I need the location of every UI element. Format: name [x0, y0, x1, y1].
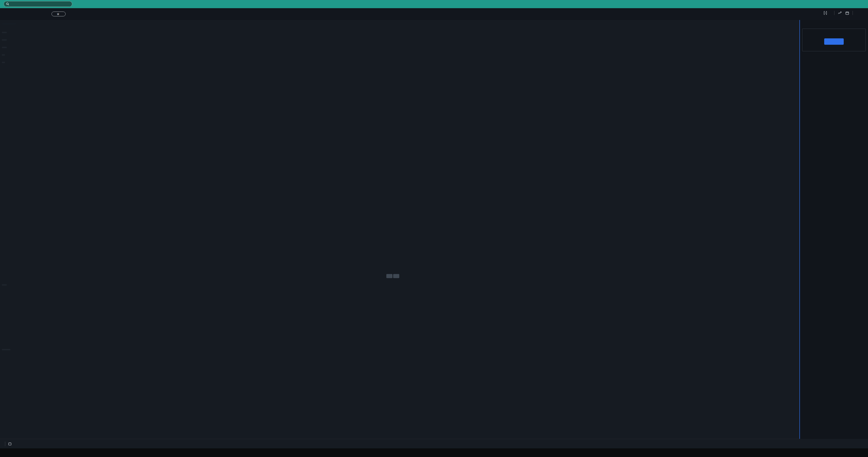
indicator-chip-vol-undr[interactable]: [2, 32, 7, 33]
sign-in-button[interactable]: [824, 38, 844, 45]
zoom-in-button[interactable]: [393, 274, 399, 278]
indicator-chip-vwap[interactable]: [2, 54, 5, 56]
indicator-chip-bollinger[interactable]: [2, 47, 7, 48]
indicator-chip-ma[interactable]: [2, 39, 7, 41]
indicator-chip-vol-profile[interactable]: [2, 62, 5, 63]
follow-button[interactable]: ☆: [52, 11, 66, 17]
range-toolbar: [0, 439, 800, 448]
compare-icon[interactable]: [838, 11, 842, 14]
portfolio-sidebar: [800, 20, 868, 439]
events-icon[interactable]: [824, 11, 827, 15]
chart-toolbar: [819, 11, 861, 15]
indicator-chip-rsi[interactable]: [2, 284, 7, 285]
yahoo-finance-chart-app: ☆: [0, 0, 868, 457]
signin-prompt-box: [802, 29, 866, 51]
chart-zoom-controls: [386, 274, 399, 278]
calendar-icon[interactable]: [845, 11, 849, 15]
indicator-chip-macd[interactable]: [2, 349, 10, 350]
date-range-picker[interactable]: [8, 442, 13, 446]
calendar-icon: [8, 442, 11, 446]
star-icon: ☆: [57, 12, 59, 16]
zoom-out-button[interactable]: [386, 274, 393, 278]
symbol-header: ☆: [0, 8, 868, 20]
page-footer: [0, 448, 868, 457]
toolbar-divider: [852, 11, 853, 15]
top-navigation-bar: [0, 0, 868, 8]
ohlc-readout: [2, 23, 16, 25]
price-chart-canvas[interactable]: [0, 0, 800, 439]
yahoo-finance-logo[interactable]: [0, 0, 868, 8]
